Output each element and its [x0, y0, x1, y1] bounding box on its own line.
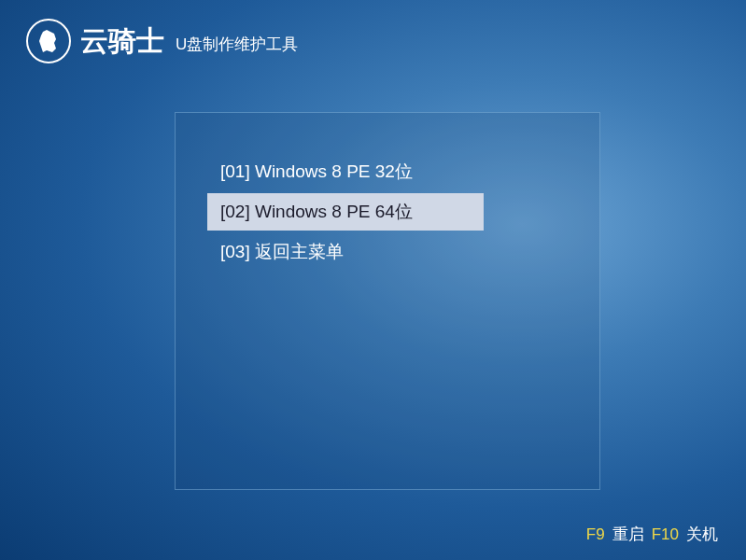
- f10-label: 关机: [686, 524, 718, 545]
- menu-item-win8pe-32[interactable]: [01] Windows 8 PE 32位: [207, 153, 484, 190]
- f9-label: 重启: [612, 524, 644, 545]
- boot-menu-panel: [01] Windows 8 PE 32位 [02] Windows 8 PE …: [175, 112, 600, 490]
- f9-key: F9: [586, 525, 605, 544]
- brand-name: 云骑士: [80, 22, 164, 61]
- header: 云骑士 U盘制作维护工具: [0, 0, 746, 82]
- f10-key: F10: [652, 525, 679, 544]
- menu-item-return[interactable]: [03] 返回主菜单: [207, 233, 484, 271]
- footer-hotkeys: F9 重启 F10 关机: [586, 524, 718, 545]
- subtitle: U盘制作维护工具: [176, 34, 298, 55]
- menu-item-win8pe-64[interactable]: [02] Windows 8 PE 64位: [207, 193, 484, 231]
- knight-logo-icon: [26, 19, 71, 63]
